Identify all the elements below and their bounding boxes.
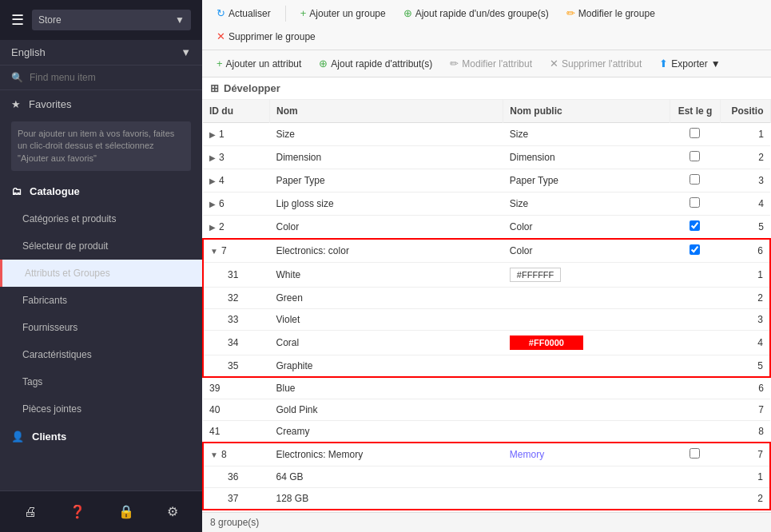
settings-icon[interactable]: ⚙ (162, 499, 183, 524)
row-public-name: Size (510, 129, 528, 140)
favorites-label: Favorites (29, 98, 71, 110)
group-checkbox[interactable] (690, 244, 700, 255)
row-position: 2 (757, 292, 763, 304)
table-row: ▶6 Lip gloss size Size 4 (203, 193, 770, 216)
upload-icon: ⬆ (659, 58, 668, 69)
store-selector[interactable]: Store ▼ (32, 10, 191, 30)
row-id: 8 (221, 449, 227, 460)
row-position: 5 (758, 221, 764, 232)
col-name: Nom (270, 100, 503, 123)
add-group-button[interactable]: + Ajouter un groupe (294, 4, 392, 22)
row-id: 3 (219, 152, 225, 163)
add-attribute-button[interactable]: + Ajouter un attribut (210, 54, 308, 73)
group-checkbox[interactable] (690, 174, 700, 185)
quick-add-attribute-button[interactable]: ⊕ Ajout rapide d'attribut(s) (312, 54, 439, 73)
row-name: Paper Type (276, 175, 325, 186)
table-row: 41 Creamy 8 (203, 421, 770, 443)
row-public-name: #FFFFFF (510, 269, 561, 280)
col-is-group: Est le g (670, 100, 721, 123)
row-position: 2 (758, 152, 764, 163)
chevron-down-icon: ▼ (181, 46, 191, 58)
table-row: ▼7 Electronics: color Color 6 (203, 239, 770, 263)
sidebar-item-clients[interactable]: 👤 Clients (0, 423, 202, 451)
delete-group-button[interactable]: ✕ Supprimer le groupe (210, 27, 322, 46)
sidebar-item-selector[interactable]: Sélecteur de produit (0, 232, 202, 260)
group-checkbox[interactable] (690, 220, 700, 231)
row-name: White (276, 269, 301, 280)
refresh-icon: ↻ (217, 7, 225, 19)
row-name: Violet (276, 314, 300, 325)
row-id: 37 (228, 493, 238, 504)
row-position: 4 (758, 198, 764, 209)
export-button[interactable]: ⬆ Exporter ▼ (653, 54, 726, 73)
row-name: Electronics: color (276, 245, 349, 256)
sidebar-item-categories[interactable]: Catégories et produits (0, 205, 202, 232)
row-id: 1 (219, 129, 225, 140)
table-row: 37 128 GB 2 (203, 488, 770, 510)
help-icon[interactable]: ❓ (65, 499, 90, 524)
edit-attribute-button[interactable]: ✏ Modifier l'attribut (443, 54, 539, 73)
row-position: 7 (757, 449, 763, 460)
favorites-item[interactable]: ★ Favorites (0, 90, 202, 118)
row-id: 36 (228, 471, 238, 482)
store-name: Store (38, 14, 62, 26)
row-public-name: Dimension (510, 152, 555, 163)
table-row: ▶2 Color Color 5 (203, 216, 770, 240)
sidebar-item-pieces[interactable]: Pièces jointes (0, 395, 202, 423)
language-selector[interactable]: English ▼ (0, 40, 202, 66)
print-icon[interactable]: 🖨 (19, 500, 42, 524)
search-input[interactable] (30, 72, 191, 83)
table-row: ▶4 Paper Type Paper Type 3 (203, 169, 770, 193)
x-icon: ✕ (550, 58, 558, 69)
sidebar-item-attributes[interactable]: Attributs et Groupes (0, 260, 202, 287)
row-id: 32 (228, 292, 238, 304)
sidebar-item-caracteristiques[interactable]: Caractéristiques (0, 341, 202, 368)
row-name: Electronics: Memory (276, 449, 364, 460)
hamburger-icon[interactable]: ☰ (11, 11, 24, 29)
row-position: 4 (757, 337, 763, 348)
delete-attribute-button[interactable]: ✕ Supprimer l'attribut (543, 54, 648, 73)
row-id: 39 (209, 383, 220, 394)
language-label: English (11, 46, 46, 58)
chevron-down-icon: ▼ (711, 58, 721, 69)
table-row: 32 Green 2 (203, 288, 770, 309)
section-title: ⊞ Développer (202, 77, 771, 100)
quick-add-group-button[interactable]: ⊕ Ajout rapide d'un/des groupe(s) (397, 4, 555, 22)
row-name: Color (276, 221, 300, 232)
pencil-icon: ✏ (450, 58, 459, 69)
search-bar: 🔍 (0, 66, 202, 90)
table-row: ▶3 Dimension Dimension 2 (203, 146, 770, 169)
favorites-info: Pour ajouter un item à vos favoris, fait… (11, 121, 191, 171)
attributes-table: ID du Nom Nom public Est le g Positio ▶1… (202, 100, 771, 510)
row-id: 6 (219, 198, 225, 209)
row-position: 6 (758, 383, 764, 394)
group-checkbox[interactable] (690, 128, 700, 138)
edit-group-button[interactable]: ✏ Modifier le groupe (560, 4, 662, 22)
row-id: 34 (228, 337, 238, 348)
sidebar-bottom: 🖨 ❓ 🔒 ⚙ (0, 490, 202, 532)
row-name: 128 GB (276, 493, 309, 504)
table-row: 39 Blue 6 (203, 377, 770, 399)
row-public-name: Memory (510, 449, 544, 460)
lock-icon[interactable]: 🔒 (113, 499, 139, 524)
table-row: 33 Violet 3 (203, 309, 770, 331)
row-public-name: Color (510, 245, 533, 256)
sidebar-item-fournisseurs[interactable]: Fournisseurs (0, 314, 202, 341)
refresh-button[interactable]: ↻ Actualiser (210, 4, 277, 22)
row-position: 3 (757, 314, 763, 325)
sidebar: ☰ Store ▼ English ▼ 🔍 ★ Favorites Pour a… (0, 0, 202, 532)
group-checkbox[interactable] (690, 448, 700, 459)
group-checkbox[interactable] (690, 197, 700, 208)
table-row: 31 White #FFFFFF 1 (203, 263, 770, 288)
table-header-row: ID du Nom Nom public Est le g Positio (203, 100, 770, 123)
sidebar-item-fabricants[interactable]: Fabricants (0, 287, 202, 314)
table-row: ▼8 Electronics: Memory Memory 7 (203, 443, 770, 466)
sidebar-item-tags[interactable]: Tags (0, 368, 202, 395)
sidebar-item-catalogue[interactable]: 🗂 Catalogue (0, 177, 202, 205)
table-row: 34 Coral #FF0000 4 (203, 331, 770, 355)
row-id: 33 (228, 314, 238, 325)
search-icon: 🔍 (11, 72, 23, 83)
catalogue-icon: 🗂 (11, 185, 22, 197)
row-name: Lip gloss size (276, 198, 334, 209)
group-checkbox[interactable] (690, 151, 700, 161)
